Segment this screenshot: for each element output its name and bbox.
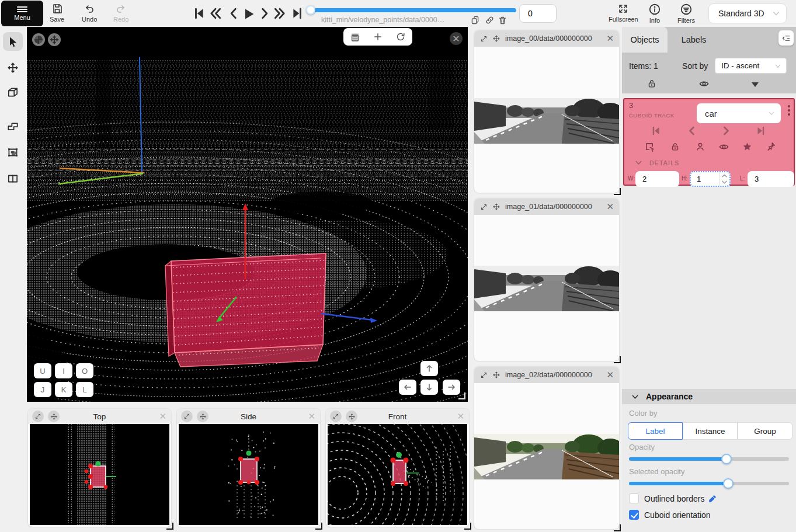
pin-button[interactable]: [766, 141, 776, 152]
skip-first-frame-button[interactable]: [193, 7, 206, 20]
expand-icon[interactable]: [32, 411, 44, 422]
width-input[interactable]: [635, 171, 679, 187]
key-hint-i[interactable]: I: [55, 363, 72, 378]
view-reset-button[interactable]: [32, 33, 45, 46]
camera-image[interactable]: [474, 266, 619, 311]
close-icon[interactable]: ✕: [606, 33, 614, 44]
expand-icon[interactable]: [330, 411, 342, 422]
cuboid-orientation-checkbox[interactable]: [629, 510, 639, 520]
track-next-button[interactable]: [720, 125, 732, 137]
timeline-slider[interactable]: [308, 8, 516, 12]
sort-select[interactable]: ID - ascent: [715, 58, 787, 74]
close-icon[interactable]: ✕: [606, 201, 614, 212]
pan-up-button[interactable]: [420, 361, 438, 376]
tab-objects[interactable]: Objects: [622, 27, 668, 53]
object-card[interactable]: 3 CUBOID TRACK car DETAILS W: H: L:: [623, 98, 795, 186]
pan-down-button[interactable]: [420, 380, 438, 395]
color-by-group-button[interactable]: Group: [738, 422, 792, 440]
key-hint-k[interactable]: K: [55, 382, 72, 397]
panel-collapse-button[interactable]: [778, 30, 794, 46]
render-options-icon[interactable]: [350, 32, 360, 42]
next-frame-button[interactable]: [258, 7, 271, 20]
move-tool-button[interactable]: [3, 58, 23, 77]
opacity-slider[interactable]: [629, 457, 789, 461]
redo-button[interactable]: Redo: [113, 3, 128, 23]
subview-resize-handle[interactable]: [315, 523, 322, 530]
expand-icon[interactable]: [480, 371, 488, 379]
select-tool-button[interactable]: [3, 32, 23, 51]
polygon-tool-button[interactable]: [3, 117, 23, 135]
view-center-button[interactable]: [48, 33, 61, 46]
close-icon[interactable]: ✕: [606, 370, 614, 380]
view-mode-select[interactable]: Standard 3D: [708, 4, 787, 23]
previous-frame-button[interactable]: [227, 7, 240, 20]
cuboid-tool-button[interactable]: [3, 83, 23, 102]
info-button[interactable]: Info: [648, 3, 661, 24]
stepper-up-icon[interactable]: [722, 174, 727, 178]
fast-backward-button[interactable]: [209, 7, 222, 20]
delete-frame-button[interactable]: [498, 15, 508, 25]
box-select-button[interactable]: [644, 141, 655, 152]
track-last-button[interactable]: [755, 125, 767, 137]
lock-object-button[interactable]: [670, 141, 680, 152]
menu-button[interactable]: Menu: [1, 1, 43, 26]
timeline-handle[interactable]: [306, 5, 315, 15]
stepper-down-icon[interactable]: [722, 180, 727, 184]
camera-image[interactable]: [474, 98, 619, 144]
border-color-picker-button[interactable]: [707, 493, 718, 506]
copy-frame-button[interactable]: [470, 15, 480, 25]
visibility-all-button[interactable]: [698, 78, 710, 89]
length-input[interactable]: [748, 171, 794, 187]
lidar-3d-viewport[interactable]: ✕ U I O J K L: [27, 27, 468, 402]
tab-labels[interactable]: Labels: [673, 27, 714, 53]
appearance-header[interactable]: Appearance: [622, 389, 796, 404]
fast-forward-button[interactable]: [273, 7, 286, 20]
front-projection-canvas[interactable]: [328, 424, 467, 525]
track-first-button[interactable]: [650, 125, 662, 137]
details-toggle[interactable]: DETAILS: [635, 159, 679, 166]
close-icon[interactable]: ✕: [308, 411, 315, 422]
expand-icon[interactable]: [480, 203, 488, 211]
expand-icon[interactable]: [480, 35, 488, 43]
key-hint-l[interactable]: L: [76, 382, 93, 397]
favorite-button[interactable]: [742, 141, 753, 155]
move-icon[interactable]: [492, 203, 500, 211]
object-menu-button[interactable]: [788, 105, 790, 116]
annotator-button[interactable]: [695, 141, 705, 152]
subview-resize-handle[interactable]: [464, 523, 471, 530]
lock-all-button[interactable]: [646, 78, 657, 89]
move-icon[interactable]: [197, 411, 208, 422]
track-prev-button[interactable]: [686, 125, 698, 137]
height-stepper[interactable]: [719, 172, 729, 186]
viewport-close-button[interactable]: ✕: [450, 32, 463, 45]
selected-opacity-slider-handle[interactable]: [723, 478, 734, 489]
split-view-tool-button[interactable]: [3, 169, 23, 188]
fullscreen-button[interactable]: Fullscreen: [609, 3, 638, 23]
color-by-instance-button[interactable]: Instance: [683, 422, 738, 440]
close-icon[interactable]: ✕: [457, 411, 464, 422]
save-button[interactable]: Save: [50, 3, 64, 23]
pan-left-button[interactable]: [399, 380, 416, 395]
visibility-object-button[interactable]: [718, 141, 729, 152]
color-by-label-button[interactable]: Label: [628, 422, 683, 440]
outlined-borders-checkbox[interactable]: [629, 493, 639, 503]
selected-opacity-slider[interactable]: [629, 482, 789, 485]
key-hint-o[interactable]: O: [76, 363, 93, 378]
image-panel-resize-handle[interactable]: [614, 356, 621, 363]
move-icon[interactable]: [492, 371, 500, 379]
frame-number-input[interactable]: [519, 4, 557, 23]
key-hint-j[interactable]: J: [34, 382, 51, 397]
camera-image[interactable]: [474, 434, 619, 479]
image-tool-button[interactable]: [3, 143, 23, 162]
undo-button[interactable]: Undo: [82, 3, 97, 23]
object-class-select[interactable]: car: [697, 103, 781, 123]
side-projection-canvas[interactable]: [179, 424, 318, 525]
refresh-icon[interactable]: [395, 32, 406, 42]
play-button[interactable]: [242, 7, 256, 21]
expand-icon[interactable]: [181, 411, 193, 422]
move-icon[interactable]: [48, 411, 60, 422]
link-frame-button[interactable]: [485, 15, 495, 25]
key-hint-u[interactable]: U: [34, 363, 51, 378]
pan-right-button[interactable]: [443, 380, 460, 395]
point-cloud-canvas[interactable]: [27, 27, 468, 402]
